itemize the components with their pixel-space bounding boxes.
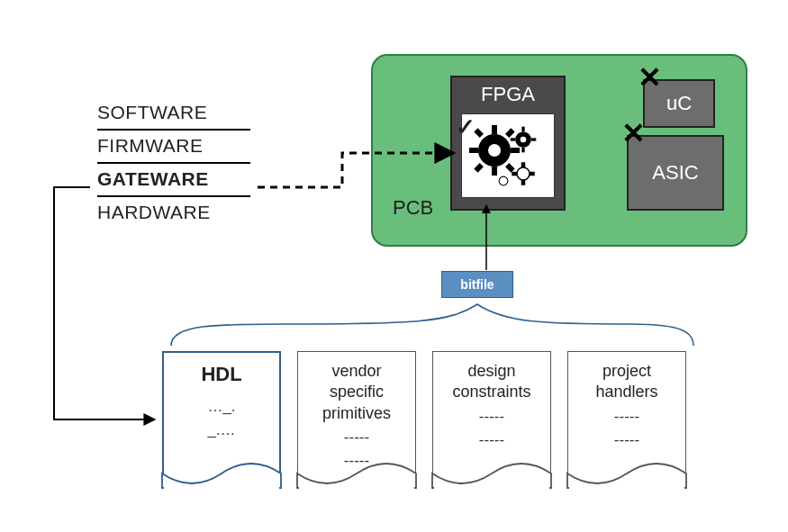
svg-rect-8 — [474, 163, 484, 173]
svg-rect-14 — [511, 138, 516, 140]
uc-label: uC — [666, 92, 692, 115]
ware-stack: SOFTWARE FIRMWARE GATEWARE HARDWARE — [97, 97, 250, 229]
svg-rect-3 — [492, 167, 497, 176]
gears-icon — [462, 114, 556, 199]
svg-rect-13 — [521, 148, 524, 153]
x-icon: ✕ — [638, 63, 662, 92]
doc-vendor-line1: ----- — [303, 428, 410, 447]
svg-point-21 — [499, 176, 508, 185]
bitfile-label: bitfile — [460, 277, 494, 292]
doc-vendor: vendor specific primitives ----- ----- — [297, 351, 416, 488]
svg-point-1 — [488, 144, 501, 157]
svg-rect-4 — [469, 148, 478, 153]
asic-chip: ASIC ✕ — [627, 135, 724, 211]
doc-vendor-line2: ----- — [303, 451, 410, 471]
doc-hdl: HDL …_. _.… — [162, 351, 281, 488]
ware-hardware: HARDWARE — [97, 197, 250, 229]
svg-rect-7 — [505, 128, 515, 138]
svg-rect-9 — [505, 163, 515, 173]
doc-hdl-title: HDL — [169, 362, 274, 388]
doc-constraints-line2: ----- — [439, 430, 545, 450]
svg-rect-5 — [511, 148, 520, 153]
doc-project: project handlers ----- ----- — [567, 351, 686, 488]
doc-hdl-line1: …_. — [169, 397, 274, 417]
ware-firmware: FIRMWARE — [97, 131, 250, 164]
doc-project-title: project handlers — [574, 361, 680, 403]
svg-rect-2 — [492, 125, 497, 134]
doc-constraints-line1: ----- — [439, 407, 545, 427]
uc-chip: uC ✕ — [643, 79, 715, 128]
doc-constraints: design constraints ----- ----- — [432, 351, 551, 488]
doc-project-line2: ----- — [574, 430, 680, 450]
pcb-label: PCB — [393, 196, 433, 220]
svg-point-11 — [521, 137, 527, 143]
check-icon: ✓ — [456, 113, 476, 141]
svg-rect-17 — [522, 163, 525, 167]
svg-point-16 — [517, 167, 530, 180]
svg-rect-20 — [530, 173, 535, 176]
asic-label: ASIC — [652, 161, 698, 185]
doc-hdl-line2: _.… — [169, 420, 274, 440]
fpga-label: FPGA — [452, 77, 564, 106]
svg-rect-18 — [522, 181, 525, 185]
svg-rect-12 — [521, 127, 524, 132]
x-icon: ✕ — [621, 119, 646, 148]
svg-rect-15 — [531, 138, 537, 140]
ware-gateware: GATEWARE — [97, 164, 250, 197]
doc-project-line1: ----- — [574, 407, 680, 427]
doc-constraints-title: design constraints — [439, 361, 545, 403]
bitfile-box: bitfile — [441, 271, 513, 298]
ware-software: SOFTWARE — [97, 97, 250, 131]
svg-rect-19 — [512, 173, 517, 176]
doc-vendor-title: vendor specific primitives — [303, 361, 410, 424]
brace-docs-to-bitfile — [171, 304, 693, 346]
